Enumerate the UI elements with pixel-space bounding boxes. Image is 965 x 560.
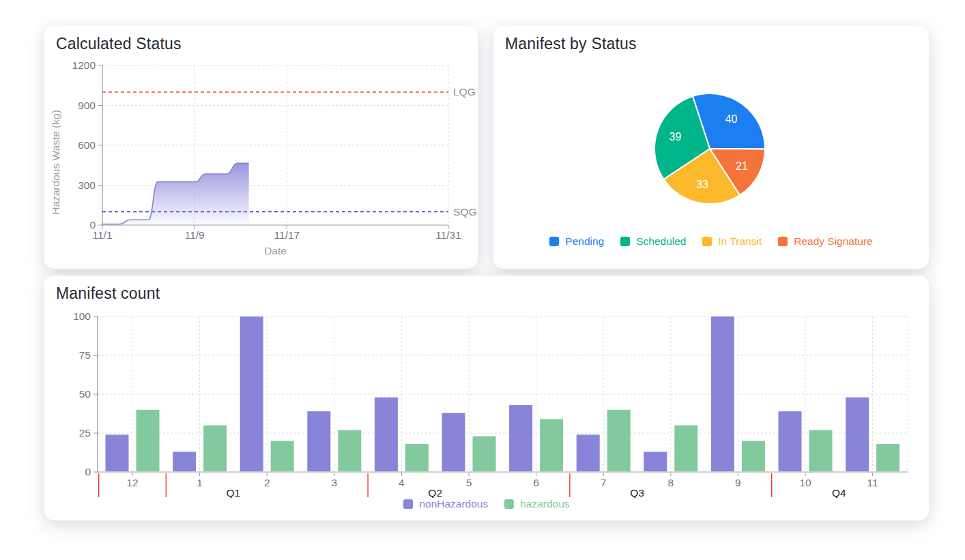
legend-label: Pending <box>565 235 604 248</box>
bar-nonhazardous-1[interactable] <box>173 452 196 472</box>
bar-hazardous-12[interactable] <box>136 410 160 472</box>
legend-item-nonhazardous[interactable]: nonHazardous <box>403 498 488 510</box>
legend-label: In Transit <box>718 235 762 248</box>
bar-hazardous-9[interactable] <box>742 441 765 472</box>
svg-text:900: 900 <box>78 100 96 111</box>
legend-item-hazardous[interactable]: hazardous <box>504 498 569 510</box>
legend-label: hazardous <box>520 498 569 510</box>
manifest-by-status-title: Manifest by Status <box>505 35 637 53</box>
bar-hazardous-11[interactable] <box>876 444 899 472</box>
svg-text:10: 10 <box>799 477 811 488</box>
quarter-label: Q1 <box>227 487 241 498</box>
pie-slice-value: 40 <box>725 113 738 125</box>
bar-quarter-annotations: Q1Q2Q3Q4 <box>99 473 846 498</box>
bar-nonhazardous-5[interactable] <box>442 413 465 472</box>
bar-hazardous-4[interactable] <box>405 444 429 472</box>
bar-nonhazardous-7[interactable] <box>577 434 600 472</box>
bar-hazardous-7[interactable] <box>607 410 631 472</box>
svg-text:6: 6 <box>533 477 539 488</box>
svg-text:LQG: LQG <box>453 86 476 98</box>
legend-swatch-nonhazardous <box>403 499 413 509</box>
area-series[interactable] <box>102 163 249 225</box>
quarter-label: Q4 <box>832 487 846 498</box>
legend-item-pending[interactable]: Pending <box>549 235 604 248</box>
svg-text:4: 4 <box>399 477 405 488</box>
legend-item-in-transit[interactable]: In Transit <box>702 235 762 248</box>
bar-nonhazardous-10[interactable] <box>779 411 802 472</box>
svg-text:11/1: 11/1 <box>92 229 112 241</box>
svg-text:0: 0 <box>85 466 91 477</box>
svg-text:9: 9 <box>735 477 741 488</box>
svg-text:SQG: SQG <box>453 206 476 218</box>
calculated-status-title: Calculated Status <box>56 35 182 53</box>
legend-item-ready-signature[interactable]: Ready Signature <box>778 235 872 248</box>
quarter-label: Q2 <box>428 487 442 498</box>
bar-nonhazardous-9[interactable] <box>711 316 734 472</box>
bar-hazardous-8[interactable] <box>674 426 697 472</box>
manifest-by-status-pie-chart[interactable]: 40213339 <box>493 59 929 233</box>
svg-text:3: 3 <box>331 477 337 488</box>
svg-text:5: 5 <box>466 477 472 488</box>
legend-item-scheduled[interactable]: Scheduled <box>620 235 686 248</box>
bar-hazardous-10[interactable] <box>809 430 833 472</box>
manifest-by-status-card: Manifest by Status 40213339 PendingSched… <box>493 26 929 269</box>
area-axes: 0300600900120011/111/911/1711/31DateHaza… <box>50 59 461 256</box>
manifest-count-title: Manifest count <box>56 284 160 303</box>
svg-text:25: 25 <box>79 427 91 439</box>
bar-hazardous-5[interactable] <box>473 437 496 472</box>
bar-hazardous-1[interactable] <box>203 426 227 472</box>
svg-text:7: 7 <box>601 477 607 488</box>
svg-text:300: 300 <box>78 179 96 191</box>
svg-text:50: 50 <box>79 388 91 400</box>
svg-text:75: 75 <box>79 349 91 361</box>
bar-nonhazardous-11[interactable] <box>846 398 869 472</box>
svg-text:11: 11 <box>867 477 878 488</box>
svg-text:100: 100 <box>73 310 91 322</box>
manifest-count-card: Manifest count 0255075100121234567891011… <box>44 276 929 520</box>
legend-swatch-ready-signature <box>778 237 788 246</box>
bar-nonhazardous-8[interactable] <box>644 452 667 472</box>
bar-hazardous-2[interactable] <box>271 441 294 472</box>
bar-nonhazardous-2[interactable] <box>240 316 263 472</box>
pie-slice-value: 21 <box>736 160 748 172</box>
manifest-count-bar-chart[interactable]: 0255075100121234567891011Q1Q2Q3Q4 <box>44 306 929 498</box>
pie-slice-value: 33 <box>696 179 708 190</box>
svg-text:8: 8 <box>667 477 674 488</box>
svg-text:Date: Date <box>264 245 287 256</box>
svg-text:600: 600 <box>78 139 96 151</box>
pie-slice-value: 39 <box>669 131 682 143</box>
svg-text:11/31: 11/31 <box>435 229 461 241</box>
legend-swatch-hazardous <box>504 499 514 509</box>
pie-slices: 40213339 <box>654 93 765 204</box>
bar-hazardous-6[interactable] <box>540 419 563 472</box>
svg-text:12: 12 <box>126 477 138 488</box>
svg-text:11/17: 11/17 <box>274 229 300 241</box>
svg-text:2: 2 <box>264 477 270 488</box>
calculated-status-area-chart[interactable]: 0300600900120011/111/911/1711/31DateHaza… <box>44 59 478 263</box>
legend-swatch-scheduled <box>620 237 630 246</box>
bar-hazardous-3[interactable] <box>338 430 361 472</box>
legend-label: Scheduled <box>636 235 686 248</box>
bar-nonhazardous-12[interactable] <box>106 434 129 472</box>
bar-nonhazardous-4[interactable] <box>375 398 398 472</box>
legend-label: Ready Signature <box>794 235 872 248</box>
svg-text:1200: 1200 <box>72 59 96 71</box>
svg-text:Hazardous Waste (kg): Hazardous Waste (kg) <box>50 110 61 215</box>
calculated-status-card: Calculated Status 0300600900120011/111/9… <box>44 26 478 269</box>
bar-legend: nonHazardoushazardous <box>44 498 929 510</box>
legend-label: nonHazardous <box>419 498 488 510</box>
bar-nonhazardous-3[interactable] <box>307 411 330 472</box>
svg-text:1: 1 <box>197 477 203 488</box>
quarter-label: Q3 <box>630 487 644 498</box>
bar-nonhazardous-6[interactable] <box>509 405 532 472</box>
svg-text:11/9: 11/9 <box>185 229 205 241</box>
legend-swatch-in-transit <box>702 237 712 246</box>
legend-swatch-pending <box>549 237 559 246</box>
pie-legend: PendingScheduledIn TransitReady Signatur… <box>493 235 929 248</box>
